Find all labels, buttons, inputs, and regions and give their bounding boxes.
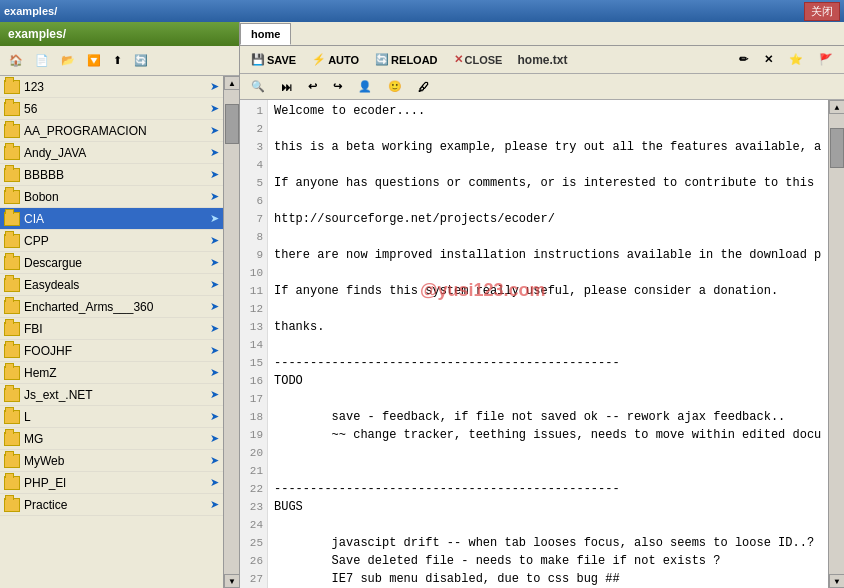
sidebar-filter-btn[interactable]: 🔽 xyxy=(82,51,106,70)
sidebar-item-aa_programacion[interactable]: AA_PROGRAMACION ➤ xyxy=(0,120,223,142)
auto-button[interactable]: ⚡ AUTO xyxy=(305,49,366,71)
editor-scrollbar-down[interactable]: ▼ xyxy=(829,574,844,588)
line-number-19: 19 xyxy=(240,426,263,444)
code-line-10 xyxy=(274,264,822,282)
line-number-13: 13 xyxy=(240,318,263,336)
code-line-12 xyxy=(274,300,822,318)
line-number-23: 23 xyxy=(240,498,263,516)
sidebar-scrollbar[interactable]: ▲ ▼ xyxy=(223,76,239,588)
sidebar-item-practice[interactable]: Practice ➤ xyxy=(0,494,223,516)
sidebar-item-js_ext_.net[interactable]: Js_ext_.NET ➤ xyxy=(0,384,223,406)
folder-icon xyxy=(4,454,20,468)
star-icon-btn[interactable]: ⭐ xyxy=(782,49,810,71)
sidebar-item-56[interactable]: 56 ➤ xyxy=(0,98,223,120)
folder-icon xyxy=(4,168,20,182)
redo-btn[interactable]: ↪ xyxy=(326,76,349,98)
sidebar-item-label: 56 xyxy=(24,102,37,116)
sidebar-item-label: Js_ext_.NET xyxy=(24,388,93,402)
code-line-9: there are now improved installation inst… xyxy=(274,246,822,264)
code-line-7: http://sourceforge.net/projects/ecoder/ xyxy=(274,210,822,228)
arrow-icon: ➤ xyxy=(210,102,219,115)
sidebar-upload-btn[interactable]: ⬆ xyxy=(108,51,127,70)
editor-scrollbar-thumb[interactable] xyxy=(830,128,844,168)
line-number-20: 20 xyxy=(240,444,263,462)
sidebar-header: examples/ xyxy=(0,22,239,46)
code-content[interactable]: Welcome to ecoder....this is a beta work… xyxy=(268,100,828,588)
sidebar-item-label: PHP_El xyxy=(24,476,66,490)
sidebar-item-hemz[interactable]: HemZ ➤ xyxy=(0,362,223,384)
sidebar-item-encharted_arms___360[interactable]: Encharted_Arms___360 ➤ xyxy=(0,296,223,318)
sidebar-item-bobon[interactable]: Bobon ➤ xyxy=(0,186,223,208)
line-number-14: 14 xyxy=(240,336,263,354)
sidebar-item-php_el[interactable]: PHP_El ➤ xyxy=(0,472,223,494)
sidebar-item-foojhf[interactable]: FOOJHF ➤ xyxy=(0,340,223,362)
search-btn[interactable]: 🔍 xyxy=(244,76,272,98)
editor-scrollbar[interactable]: ▲ ▼ xyxy=(828,100,844,588)
next-btn[interactable]: ⏭ xyxy=(274,76,299,98)
folder-icon xyxy=(4,300,20,314)
filter-icon: 🔽 xyxy=(87,54,101,67)
editor-scrollbar-up[interactable]: ▲ xyxy=(829,100,844,114)
sidebar-item-label: BBBBB xyxy=(24,168,64,182)
user-btn[interactable]: 👤 xyxy=(351,76,379,98)
line-number-8: 8 xyxy=(240,228,263,246)
editor-content: 1234567891011121314151617181920212223242… xyxy=(240,100,844,588)
line-number-3: 3 xyxy=(240,138,263,156)
sidebar-item-mg[interactable]: MG ➤ xyxy=(0,428,223,450)
undo-btn[interactable]: ↩ xyxy=(301,76,324,98)
sidebar-item-label: Andy_JAVA xyxy=(24,146,86,160)
close-button[interactable]: ✕ CLOSE xyxy=(447,49,510,71)
sidebar-item-fbi[interactable]: FBI ➤ xyxy=(0,318,223,340)
sidebar-item-label: L xyxy=(24,410,31,424)
sidebar-new-file-btn[interactable]: 📄 xyxy=(30,51,54,70)
code-line-8 xyxy=(274,228,822,246)
title-bar-close-button[interactable]: 关闭 xyxy=(804,2,840,21)
sidebar-item-andy_java[interactable]: Andy_JAVA ➤ xyxy=(0,142,223,164)
sidebar-item-cia[interactable]: CIA ➤ xyxy=(0,208,223,230)
sidebar-item-label: Bobon xyxy=(24,190,59,204)
sidebar-new-folder-btn[interactable]: 🏠 xyxy=(4,51,28,70)
flag-icon-btn[interactable]: 🚩 xyxy=(812,49,840,71)
arrow-icon: ➤ xyxy=(210,300,219,313)
eraser-btn[interactable]: 🖊 xyxy=(411,76,436,98)
line-number-18: 18 xyxy=(240,408,263,426)
sidebar-item-descargue[interactable]: Descargue ➤ xyxy=(0,252,223,274)
sidebar-item-bbbbb[interactable]: BBBBB ➤ xyxy=(0,164,223,186)
sidebar-item-l[interactable]: L ➤ xyxy=(0,406,223,428)
sidebar-refresh-btn[interactable]: 🔄 xyxy=(129,51,153,70)
edit-icon-btn[interactable]: ✏ xyxy=(732,49,755,71)
sidebar-item-label: HemZ xyxy=(24,366,57,380)
line-number-10: 10 xyxy=(240,264,263,282)
new-file-icon: 📄 xyxy=(35,54,49,67)
smiley-btn[interactable]: 🙂 xyxy=(381,76,409,98)
folder-icon xyxy=(4,498,20,512)
scrollbar-thumb[interactable] xyxy=(225,104,239,144)
line-number-7: 7 xyxy=(240,210,263,228)
sidebar-item-label: MyWeb xyxy=(24,454,64,468)
auto-icon: ⚡ xyxy=(312,53,326,66)
folder-icon xyxy=(4,146,20,160)
scrollbar-up-arrow[interactable]: ▲ xyxy=(224,76,239,90)
scrollbar-down-arrow[interactable]: ▼ xyxy=(224,574,239,588)
sidebar-item-label: AA_PROGRAMACION xyxy=(24,124,147,138)
code-line-2 xyxy=(274,120,822,138)
sidebar-item-easydeals[interactable]: Easydeals ➤ xyxy=(0,274,223,296)
reload-button[interactable]: 🔄 RELOAD xyxy=(368,49,444,71)
cancel-icon-btn[interactable]: ✕ xyxy=(757,49,780,71)
line-number-12: 12 xyxy=(240,300,263,318)
smiley-icon: 🙂 xyxy=(388,80,402,93)
tab-home[interactable]: home xyxy=(240,23,291,45)
sidebar-list: 123 ➤ 56 ➤ AA_PROGRAMACION ➤ Andy_JAVA ➤… xyxy=(0,76,223,588)
sidebar-item-myweb[interactable]: MyWeb ➤ xyxy=(0,450,223,472)
sidebar-open-btn[interactable]: 📂 xyxy=(56,51,80,70)
sidebar-item-cpp[interactable]: CPP ➤ xyxy=(0,230,223,252)
code-line-23: BUGS xyxy=(274,498,822,516)
line-number-5: 5 xyxy=(240,174,263,192)
title-bar-text: examples/ xyxy=(4,5,57,17)
code-line-16: TODO xyxy=(274,372,822,390)
save-button[interactable]: 💾 SAVE xyxy=(244,49,303,71)
open-folder-icon: 📂 xyxy=(61,54,75,67)
tab-home-label: home xyxy=(251,28,280,40)
editor-toolbar-right: ✏ ✕ ⭐ 🚩 xyxy=(732,49,840,71)
sidebar-item-123[interactable]: 123 ➤ xyxy=(0,76,223,98)
